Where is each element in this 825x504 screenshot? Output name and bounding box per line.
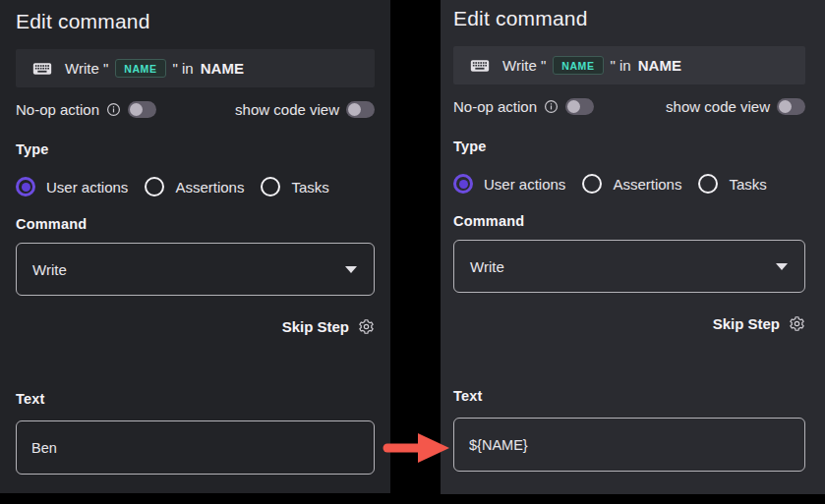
code-view-group: show code view	[666, 98, 805, 115]
noop-action-toggle[interactable]	[565, 98, 594, 115]
command-select-value: Write	[32, 261, 67, 278]
page-title: Edit command	[16, 10, 375, 33]
radio-user-actions[interactable]: User actions	[16, 177, 128, 196]
preview-prefix: Write "	[502, 57, 546, 74]
type-radio-group: User actions Assertions Tasks	[16, 177, 375, 196]
radio-label: User actions	[484, 176, 565, 193]
toggle-knob	[348, 103, 361, 116]
type-label: Type	[16, 141, 375, 157]
skip-step-label: Skip Step	[713, 315, 780, 332]
toggles-row: No-op action show code view	[16, 100, 375, 119]
show-code-view-label: show code view	[235, 101, 339, 118]
radio-label: Assertions	[175, 179, 244, 196]
preview-target: NAME	[201, 60, 244, 77]
keyboard-icon	[32, 59, 52, 79]
radio-tasks[interactable]: Tasks	[698, 174, 766, 194]
screenshot-stage: Edit command Write "	[0, 0, 825, 504]
gear-icon[interactable]	[789, 315, 805, 332]
radio-circle-selected[interactable]	[16, 177, 35, 196]
command-preview-text: Write " NAME " in NAME	[502, 56, 681, 76]
preview-target: NAME	[638, 57, 681, 74]
command-select-value: Write	[470, 258, 504, 275]
type-radio-group: User actions Assertions Tasks	[453, 174, 805, 194]
radio-circle[interactable]	[698, 174, 718, 194]
edit-command-panel-after: Edit command Write "	[441, 0, 825, 494]
show-code-view-toggle[interactable]	[777, 98, 805, 115]
noop-action-label: No-op action	[16, 101, 99, 118]
radio-assertions[interactable]: Assertions	[582, 174, 681, 194]
radio-circle-selected[interactable]	[453, 174, 473, 194]
radio-label: User actions	[46, 179, 128, 196]
noop-action-group: No-op action	[453, 98, 594, 115]
noop-action-group: No-op action	[16, 101, 156, 118]
command-label: Command	[453, 213, 805, 229]
preview-middle: " in	[611, 57, 631, 74]
show-code-view-label: show code view	[666, 98, 770, 115]
preview-prefix: Write "	[65, 60, 108, 77]
text-input[interactable]	[453, 418, 805, 472]
radio-label: Tasks	[729, 176, 766, 193]
command-preview-bar: Write " NAME " in NAME	[16, 49, 375, 87]
info-icon[interactable]	[544, 99, 559, 114]
gear-icon[interactable]	[358, 318, 375, 335]
skip-step-row: Skip Step	[16, 316, 375, 336]
preview-middle: " in	[173, 60, 194, 77]
type-label: Type	[453, 139, 805, 154]
skip-step-row: Skip Step	[453, 313, 805, 333]
radio-circle[interactable]	[145, 177, 164, 196]
edit-command-panel-before: Edit command Write "	[0, 0, 390, 493]
radio-user-actions[interactable]: User actions	[453, 174, 565, 194]
chevron-down-icon	[345, 266, 357, 273]
command-label: Command	[16, 216, 375, 232]
radio-circle[interactable]	[261, 177, 280, 196]
show-code-view-toggle[interactable]	[346, 101, 375, 118]
chevron-down-icon	[776, 263, 788, 270]
name-variable-badge[interactable]: NAME	[115, 59, 165, 79]
page-title: Edit command	[453, 7, 805, 30]
radio-assertions[interactable]: Assertions	[145, 177, 244, 196]
info-icon[interactable]	[106, 102, 121, 117]
noop-action-toggle[interactable]	[128, 101, 156, 118]
name-variable-badge[interactable]: NAME	[553, 56, 603, 76]
radio-label: Tasks	[291, 179, 328, 196]
text-label: Text	[16, 391, 375, 407]
command-preview-bar: Write " NAME " in NAME	[453, 46, 805, 84]
command-select[interactable]: Write	[16, 243, 375, 296]
toggle-knob	[130, 103, 143, 116]
keyboard-icon	[470, 56, 490, 76]
toggles-row: No-op action show code view	[453, 97, 805, 116]
text-label: Text	[453, 388, 805, 404]
skip-step-label: Skip Step	[282, 318, 349, 335]
command-select[interactable]: Write	[453, 240, 805, 293]
text-input[interactable]	[16, 420, 375, 475]
radio-tasks[interactable]: Tasks	[261, 177, 328, 196]
toggle-knob	[567, 100, 580, 113]
code-view-group: show code view	[235, 101, 375, 118]
noop-action-label: No-op action	[453, 98, 537, 115]
toggle-knob	[779, 100, 792, 113]
radio-label: Assertions	[613, 176, 681, 193]
radio-circle[interactable]	[582, 174, 602, 194]
command-preview-text: Write " NAME " in NAME	[65, 59, 244, 79]
